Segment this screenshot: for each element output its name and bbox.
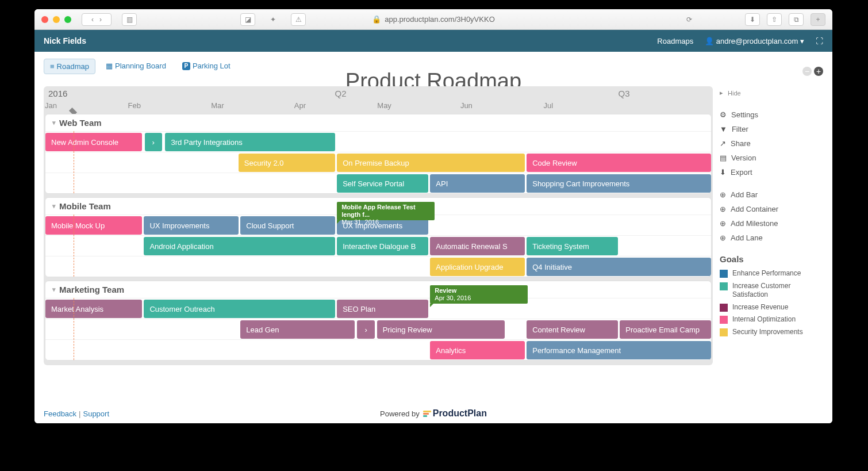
filter-icon: ▼ [720,125,727,133]
goal-swatch [720,328,728,336]
roadmap-bar[interactable]: Interactive Dialogue B [337,237,428,255]
user-menu[interactable]: 👤 andre@productplan.com ▾ [705,37,804,45]
settings-button[interactable]: ⚙Settings [720,108,823,122]
plus-icon: ⊕ [720,233,726,242]
share-icon[interactable]: ⇧ [767,13,782,26]
milestone[interactable]: ReviewApr 30, 2016 [430,285,528,304]
roadmap-bar[interactable]: Security 2.0 [239,154,335,172]
roadmap-bar[interactable]: Automatic Renewal S [430,237,524,255]
roadmap-bar[interactable]: SEO Plan [337,300,428,318]
roadmap-bar[interactable]: API [430,174,524,193]
roadmap-bar[interactable]: Analytics [430,341,524,359]
goal-item[interactable]: Security Improvements [720,326,823,339]
roadmap-bar[interactable]: Performance Management [527,341,711,359]
goal-label: Increase Customer Satisfaction [732,282,823,300]
roadmap-bar[interactable]: Mobile Mock Up [45,216,142,235]
goal-swatch [720,282,728,290]
roadmap-bar[interactable]: Ticketing System [527,237,618,255]
goal-item[interactable]: Increase Revenue [720,301,823,314]
export-button[interactable]: ⬇Export [720,165,823,179]
sidebar-toggle-icon[interactable]: ▥ [122,13,137,26]
reload-icon[interactable]: ⟳ [682,13,697,26]
lane-row: Lead Gen›Pricing ReviewContent ReviewPro… [45,319,711,339]
roadmap-bar[interactable]: Pricing Review [377,320,505,339]
zoom-in-button[interactable]: + [814,67,823,76]
add-lane-button[interactable]: ⊕Add Lane [720,231,823,245]
goal-swatch [720,304,728,312]
powered-by: Powered by ProductPlan [380,408,487,419]
warning-icon[interactable]: ⚠ [291,13,306,26]
roadmap-bar[interactable]: On Premise Backup [337,154,525,172]
new-tab-icon[interactable]: + [811,13,825,26]
month-label: Jan [45,101,57,110]
roadmap-bar[interactable]: Customer Outreach [144,300,335,318]
main-content: 2016 JanFebMarAprMayJunJulQ2Q3 ▾Web Team… [34,86,832,365]
roadmap-bar[interactable]: Lead Gen [240,320,355,339]
goal-swatch [720,270,728,278]
chevron-down-icon: ▾ [52,202,56,210]
goal-label: Security Improvements [732,328,803,337]
milestone[interactable]: Mobile App Release Test length f...Mar 3… [337,202,435,220]
lanes-container: ▾Web TeamNew Admin Console›3rd Party Int… [45,114,712,361]
label: Version [731,154,756,162]
roadmap-bar[interactable]: Self Service Portal [337,174,428,193]
goal-label: Internal Optimization [732,315,796,324]
tabs-icon[interactable]: ⧉ [789,13,804,26]
url-bar[interactable]: 🔒 app.productplan.com/3H0yVKKO [372,15,495,24]
roadmap-bar[interactable]: 3rd Party Integrations [165,133,335,151]
goal-item[interactable]: Enhance Performance [720,267,823,280]
roadmap-bar[interactable]: Application Upgrade [430,258,524,276]
roadmap-bar[interactable]: Proactive Email Camp [620,320,711,339]
productplan-logo[interactable]: ProductPlan [423,408,487,419]
label: Share [731,139,751,148]
roadmap-bar[interactable]: UX Improvements [144,216,238,235]
lane-header[interactable]: ▾Marketing Team [45,281,711,298]
wand-icon[interactable]: ✦ [266,13,281,26]
fullscreen-icon[interactable]: ⛶ [816,37,823,45]
add-container-button[interactable]: ⊕Add Container [720,202,823,216]
month-label: Feb [128,101,141,110]
back-forward-buttons[interactable]: ‹ › [82,13,112,26]
add-milestone-button[interactable]: ⊕Add Milestone [720,216,823,231]
goal-swatch [720,316,728,324]
goal-item[interactable]: Internal Optimization [720,313,823,326]
version-button[interactable]: ▤Version [720,151,823,165]
download-icon[interactable]: ⬇ [745,13,760,26]
owner-name: Nick Fields [44,36,86,45]
chevron-down-icon: ▾ [800,37,804,45]
support-link[interactable]: Support [83,409,109,418]
version-icon: ▤ [720,154,727,162]
share-icon: ↗ [720,139,726,148]
roadmap-bar[interactable]: Q4 Initiative [527,258,711,276]
lane-row: New Admin Console›3rd Party Integrations [45,131,711,152]
lane-header[interactable]: ▾Web Team [45,114,711,131]
zoom-out-button[interactable]: − [802,67,812,76]
goals-list: Enhance PerformanceIncrease Customer Sat… [720,267,823,339]
roadmap-bar[interactable]: Shopping Cart Improvements [527,174,711,193]
tool-icon[interactable]: ◪ [240,13,255,26]
roadmap-bar[interactable]: Android Application [144,237,335,255]
export-icon: ⬇ [720,168,726,177]
close-window-icon[interactable] [41,16,48,23]
roadmap-bar[interactable]: Content Review [527,320,618,339]
feedback-link[interactable]: Feedback [44,409,76,418]
filter-button[interactable]: ▼Filter [720,122,823,136]
roadmap-bar[interactable]: › [357,320,375,339]
lane-body: New Admin Console›3rd Party Integrations… [45,131,711,193]
maximize-window-icon[interactable] [64,16,71,23]
share-button[interactable]: ↗Share [720,136,823,151]
roadmap-bar[interactable]: New Admin Console [45,133,142,151]
plus-icon: ⊕ [720,190,726,199]
roadmap-bar[interactable]: › [145,133,162,151]
roadmaps-link[interactable]: Roadmaps [657,37,693,45]
month-label: Mar [211,101,224,110]
roadmap-bar[interactable]: Code Review [527,154,711,172]
lane-container: ▾Mobile TeamMobile App Release Test leng… [45,197,712,277]
minimize-window-icon[interactable] [53,16,60,23]
add-bar-button[interactable]: ⊕Add Bar [720,187,823,202]
browser-tools: ◪ ✦ ⚠ [240,13,306,26]
goal-item[interactable]: Increase Customer Satisfaction [720,280,823,301]
view-tabs: ≡ Roadmap ▦ Planning Board P Parking Lot… [34,52,832,86]
roadmap-bar[interactable]: Market Analysis [45,300,142,318]
roadmap-bar[interactable]: Cloud Support [240,216,335,235]
